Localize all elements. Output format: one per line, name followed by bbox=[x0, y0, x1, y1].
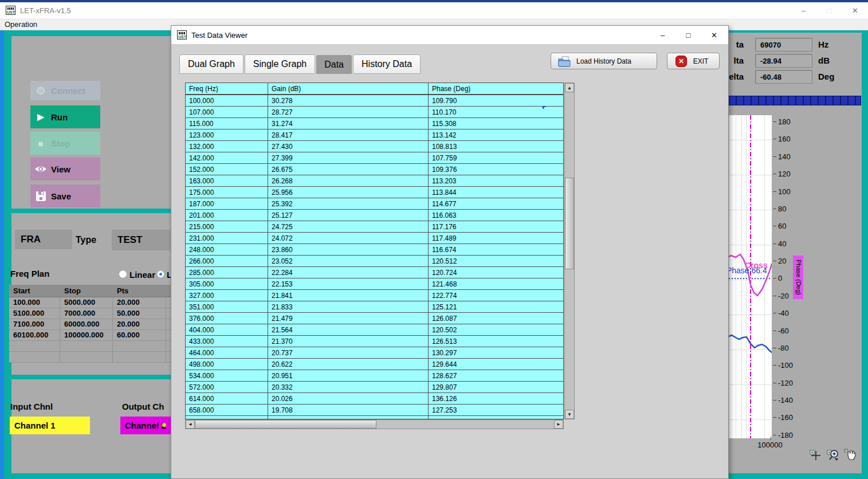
table-row[interactable]: 123.000 28.417 113.142 bbox=[186, 129, 563, 141]
close-button[interactable]: ✕ bbox=[842, 2, 868, 18]
table-row[interactable]: 572.000 20.332 129.807 bbox=[186, 382, 563, 393]
horizontal-scroll-thumb[interactable] bbox=[195, 420, 376, 429]
plan-row[interactable]: 5100.000 7000.000 50.000 bbox=[9, 308, 181, 319]
load-history-data-button[interactable]: Load History Data bbox=[551, 53, 657, 69]
input-channel-select[interactable]: Channel 1 bbox=[10, 417, 90, 434]
table-row[interactable]: 376.000 21.479 126.087 bbox=[186, 313, 563, 324]
radio-linear-label: Linear bbox=[129, 270, 155, 280]
table-row[interactable]: 327.000 21.841 122.774 bbox=[186, 290, 563, 301]
scroll-down-arrow[interactable]: ▼ bbox=[565, 410, 574, 419]
tab-dual-graph[interactable]: Dual Graph bbox=[179, 54, 243, 74]
view-button[interactable]: View bbox=[30, 158, 100, 180]
cell-gain: 21.370 bbox=[268, 336, 429, 347]
delta-phase-value[interactable]: -60.48 bbox=[755, 70, 812, 84]
plan-row[interactable]: 100.000 5000.000 20.000 bbox=[9, 297, 181, 308]
table-row[interactable]: 248.000 23.860 116.674 bbox=[186, 244, 563, 256]
table-row[interactable]: 132.000 27.430 108.813 bbox=[186, 141, 563, 152]
cell-gain: 19.708 bbox=[268, 405, 429, 415]
y-tick: 160 bbox=[773, 135, 800, 143]
tab-single-graph[interactable]: Single Graph bbox=[245, 54, 315, 74]
menu-operation[interactable]: Operation bbox=[0, 20, 42, 29]
cell-gain: 20.026 bbox=[268, 393, 429, 404]
cell-phase: 113.844 bbox=[429, 187, 563, 198]
table-row[interactable]: 187.000 25.392 114.677 bbox=[186, 198, 563, 210]
table-row[interactable]: 100.000 30.278 109.790 bbox=[186, 95, 563, 107]
radio-log[interactable] bbox=[157, 270, 164, 278]
vertical-scrollbar[interactable]: ▲ ▼ bbox=[564, 83, 575, 419]
cell-gain: 21.479 bbox=[268, 313, 429, 324]
col-freq[interactable]: Freq (Hz) bbox=[186, 83, 268, 94]
cell-freq: 132.000 bbox=[186, 141, 268, 152]
table-row[interactable]: 201.000 25.127 116.063 bbox=[186, 210, 563, 221]
plan-row[interactable]: 60100.000 100000.000 60.000 bbox=[9, 330, 181, 341]
delta-freq-value[interactable]: 69070 bbox=[755, 38, 812, 52]
col-phase[interactable]: Phase (Deg) bbox=[429, 83, 563, 94]
zoom-tool-icon[interactable] bbox=[826, 448, 840, 462]
table-row[interactable]: 305.000 22.153 121.468 bbox=[186, 278, 563, 290]
scroll-up-arrow[interactable]: ▲ bbox=[565, 83, 574, 92]
col-gain[interactable]: Gain (dB) bbox=[268, 83, 429, 94]
run-button[interactable]: ▶ Run bbox=[30, 105, 100, 128]
plan-row[interactable] bbox=[9, 341, 181, 352]
vertical-scroll-thumb[interactable] bbox=[565, 178, 574, 269]
table-row[interactable]: 614.000 20.026 136.126 bbox=[186, 393, 563, 405]
table-row[interactable]: 163.000 26.268 113.203 bbox=[186, 175, 563, 187]
tab-history-data[interactable]: History Data bbox=[353, 54, 421, 74]
stop-button[interactable]: ■ Stop bbox=[30, 132, 100, 155]
table-row[interactable]: 215.000 24.725 117.176 bbox=[186, 221, 563, 233]
radio-linear[interactable] bbox=[119, 270, 127, 278]
maximize-button[interactable]: □ bbox=[816, 2, 842, 18]
minimize-button[interactable]: – bbox=[791, 2, 816, 18]
table-row[interactable]: 433.000 21.370 126.513 bbox=[186, 336, 563, 347]
cell-gain: 20.951 bbox=[268, 370, 429, 381]
y-tick: -140 bbox=[773, 396, 800, 405]
phase-axis-label: Phase (Deg) bbox=[793, 256, 803, 299]
cell-phase: 114.677 bbox=[429, 198, 563, 209]
cell-phase: 117.176 bbox=[429, 221, 563, 232]
horizontal-scrollbar[interactable]: ◄ ► bbox=[185, 419, 564, 429]
tab-data[interactable]: Data bbox=[316, 55, 352, 74]
cell-freq: 614.000 bbox=[186, 393, 268, 404]
scroll-right-arrow[interactable]: ► bbox=[554, 420, 563, 429]
cell-phase: 116.674 bbox=[429, 244, 563, 255]
table-row[interactable]: 266.000 23.052 120.512 bbox=[186, 256, 563, 267]
save-button[interactable]: Save bbox=[30, 184, 100, 207]
cell-freq: 404.000 bbox=[186, 324, 268, 335]
table-row[interactable]: 351.000 21.833 125.121 bbox=[186, 301, 563, 313]
dialog-maximize-button[interactable]: □ bbox=[675, 26, 701, 44]
cell-gain: 23.052 bbox=[268, 256, 429, 266]
table-row[interactable]: 231.000 24.072 117.489 bbox=[186, 233, 563, 244]
table-row[interactable]: 152.000 26.675 109.376 bbox=[186, 164, 563, 175]
y-tick: 140 bbox=[773, 152, 800, 161]
delta-gain-value[interactable]: -28.94 bbox=[755, 54, 812, 68]
cell-gain: 22.284 bbox=[268, 267, 429, 278]
freq-plan-table: Start Stop Pts 100.000 5000.000 20.000 5… bbox=[9, 285, 181, 363]
table-row[interactable]: 285.000 22.284 120.724 bbox=[186, 267, 563, 278]
table-row[interactable]: 107.000 28.727 110.170 bbox=[186, 107, 563, 118]
table-row[interactable]: 404.000 21.564 120.502 bbox=[186, 324, 563, 336]
table-row[interactable]: 498.000 20.622 129.644 bbox=[186, 359, 563, 370]
cell-phase: 136.126 bbox=[429, 393, 563, 404]
cell-gain: 28.727 bbox=[268, 107, 429, 117]
plan-row[interactable]: 7100.000 60000.000 20.000 bbox=[9, 319, 181, 330]
exit-button[interactable]: ✕ EXIT bbox=[667, 53, 720, 69]
table-row[interactable]: 175.000 25.956 113.844 bbox=[186, 187, 563, 198]
save-label: Save bbox=[51, 191, 71, 201]
table-row[interactable]: 534.000 20.951 128.627 bbox=[186, 370, 563, 382]
phase-plot-area[interactable] bbox=[723, 115, 772, 438]
scroll-left-arrow[interactable]: ◄ bbox=[186, 420, 195, 429]
cell-freq: 115.000 bbox=[186, 118, 268, 129]
dialog-minimize-button[interactable]: – bbox=[650, 26, 675, 44]
exit-x-icon: ✕ bbox=[675, 56, 687, 67]
table-row[interactable]: 115.000 31.274 115.308 bbox=[186, 118, 563, 129]
table-row[interactable]: 142.000 27.399 107.759 bbox=[186, 152, 563, 164]
dialog-close-button[interactable]: ✕ bbox=[701, 26, 727, 44]
table-row[interactable]: 464.000 20.737 130.297 bbox=[186, 347, 563, 359]
connect-button[interactable]: ⚙ Connect bbox=[30, 81, 100, 100]
table-row[interactable]: 658.000 19.708 127.253 bbox=[186, 405, 563, 416]
fra-box[interactable]: FRA bbox=[15, 230, 72, 249]
data-table-body: 100.000 30.278 109.790 107.000 28.727 11… bbox=[186, 95, 563, 416]
crosshair-tool-icon[interactable] bbox=[809, 448, 823, 462]
pan-hand-tool-icon[interactable] bbox=[843, 448, 857, 462]
plan-row[interactable] bbox=[9, 352, 181, 363]
